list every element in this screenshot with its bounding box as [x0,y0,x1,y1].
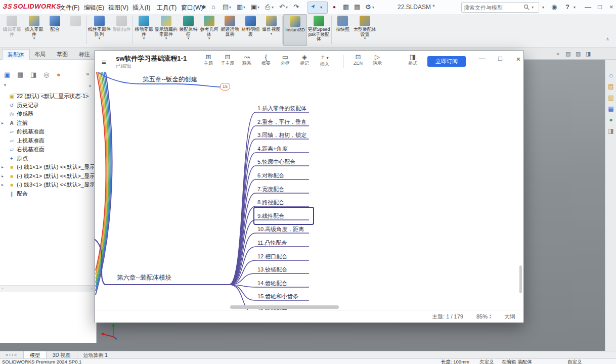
mindmap-node[interactable]: 7.宽度配合 [257,186,310,193]
user-icon[interactable]: ◉ [551,3,557,11]
mm-topic-button[interactable]: ⊞主题 [199,53,218,66]
bill-of-materials-button[interactable]: 材料明细表 [240,14,261,46]
new-motion-study-button[interactable]: 新建运动算例 [219,14,240,46]
mindmap-node[interactable]: 6.对称配合 [257,172,310,179]
tab-markup[interactable]: 标注 [74,49,95,60]
chevron-down-icon[interactable]: ▾ [257,5,259,10]
tree-item-part-line3[interactable]: ▸■(-) 线3<1> (默认) <<默认>_显示 [0,180,96,189]
menu-tools[interactable]: 工具(T) [157,4,177,12]
undo-icon[interactable]: ↶ [279,3,285,11]
expander-icon[interactable]: ▸ [2,119,6,127]
menu-edit[interactable]: 编辑(E) [84,4,104,12]
mm-window-close-icon[interactable]: × [513,55,523,63]
mm-zen-button[interactable]: ⊡ZEN [348,53,368,66]
assembly-features-button[interactable]: 装配体特征 ▾ [178,14,199,46]
search-box[interactable]: ▾ [461,2,539,13]
mate-button[interactable]: 配合 [45,14,65,46]
help-icon[interactable]: ? [565,3,569,11]
mindmap-node[interactable]: 4.距离+角度 [257,145,310,153]
appearances-tab-icon[interactable]: ● [57,71,61,78]
chevron-down-icon[interactable]: ▾ [229,5,231,10]
edit-component-button[interactable]: 编辑零部件 [2,14,22,46]
tab-model[interactable]: 模型 [23,351,47,359]
panel-icon[interactable]: ◨ [586,51,591,57]
tab-3d-views[interactable]: 3D 视图 [47,351,77,359]
scroll-right-icon[interactable]: › [91,286,93,292]
mm-present-button[interactable]: ▷演示 [368,53,387,66]
insert-component-button[interactable]: 插入零部件 ▾ [24,14,45,46]
menu-view[interactable]: 视图(V) [108,4,128,12]
outline-button[interactable]: 大纲 [504,313,515,321]
canvas-horizontal-scrollbar[interactable] [230,305,339,309]
tab-scroll-icons[interactable]: «‹›» [0,351,23,359]
window-close-icon[interactable]: × [609,3,613,11]
pin-icon[interactable]: ✱ [201,3,206,11]
mindmap-node[interactable]: 14.齿轮配合 [257,280,310,287]
view-palette-icon[interactable]: ▦ [605,105,616,112]
chevron-down-icon[interactable]: ▾ [372,5,374,10]
open-file-icon[interactable]: ▥ [237,3,243,11]
search-input[interactable] [462,4,522,12]
tab-sketch[interactable]: 草图 [52,49,73,60]
home-icon[interactable]: ⌂ [211,3,215,11]
mindmap-node[interactable]: 13.铰链配合 [257,266,310,274]
filter-funnel-icon[interactable]: ▼ [3,83,7,87]
table-icon[interactable]: ▦ [343,3,349,11]
mm-summary-button[interactable]: {概要 [256,53,276,66]
tab-layout[interactable]: 布局 [29,49,51,60]
chevron-down-icon[interactable]: ▾ [532,5,534,10]
canvas-vertical-scrollbar[interactable] [519,265,522,293]
rebuild-icon[interactable]: ● [333,3,336,11]
expander-icon[interactable]: ▸ [2,172,6,180]
chevron-down-icon[interactable]: ▾ [89,84,91,88]
zoom-stepper[interactable]: ▴▾ [490,314,491,319]
window-minimize-icon[interactable]: — [585,3,591,11]
linear-component-pattern-button[interactable]: 线性零部件阵列 ▾ [87,14,111,46]
chapter6-topic[interactable]: 第六章--装配体模块 [117,274,171,282]
panel-horizontal-scrollbar[interactable]: ‹ › [0,285,96,292]
large-assembly-settings-button[interactable]: 大型装配体设置 ▾ [353,14,377,46]
mm-subtopic-button[interactable]: ⊟子主题 [218,53,237,66]
tree-item-annotations[interactable]: ▸A注解 [0,119,96,127]
appearances-icon[interactable]: ● [605,116,616,123]
chevron-down-icon[interactable]: ▾ [574,5,576,10]
tree-item-origin[interactable]: +原点 [0,154,96,163]
reference-geometry-button[interactable]: 参考几何体 ▾ [199,14,219,46]
hamburger-menu-icon[interactable]: ≡ [102,58,106,66]
custom-properties-icon[interactable]: ◨ [605,127,616,134]
mm-window-minimize-icon[interactable]: — [477,55,487,62]
redo-icon[interactable]: ↷ [293,3,299,11]
menu-insert[interactable]: 插入(I) [133,4,150,12]
mm-boundary-button[interactable]: ▭外框 [276,53,295,66]
configuration-manager-tab-icon[interactable]: ◨ [30,71,36,78]
gear-icon[interactable]: ⚙ [365,3,371,11]
tree-item-top-plane[interactable]: ▱上视基准面 [0,136,96,145]
mm-format-button[interactable]: ◨格式 [403,53,422,66]
tree-item-sensors[interactable]: ◎传感器 [0,110,96,118]
tab-assembly[interactable]: 装配体 [2,49,30,60]
mindmap-node[interactable]: 2.重合，平行，垂直 [257,118,310,126]
tree-item-part-line1[interactable]: ▸■(-) 线1<1> (默认) <<默认>_显示 [0,163,96,171]
mindmap-node[interactable]: 5.轮廓中心配合 [257,158,310,166]
move-component-button[interactable]: 移动零部件 ▾ [134,14,154,46]
chevron-down-icon[interactable]: ▾ [286,5,288,10]
instant3d-button[interactable]: Instant3D [283,14,307,46]
mindmap-node[interactable]: 3.同轴，相切，锁定 [257,131,310,139]
file-explorer-icon[interactable]: ▥ [605,94,616,101]
mindmap-node[interactable]: 1.插入零件的装配体 [257,105,310,112]
menu-window[interactable]: 窗口(W) [181,4,203,12]
grid-icon[interactable]: ▦ [354,3,360,11]
mm-insert-button[interactable]: + ▾插入 [315,53,334,67]
tree-item-part-line2[interactable]: ▸■(-) 线2<1> (默认) <<默认>_显示 [0,172,96,180]
collapse-left-icon[interactable]: « [556,51,559,57]
tree-item-assembly-root[interactable]: ▣22 (默认) <默认_显示状态-1> [0,92,96,101]
mindmap-node[interactable]: 15.齿轮和小齿条 [257,293,310,300]
menu-file[interactable]: 文件(F) [60,4,79,12]
zoom-down-icon[interactable]: ▾ [490,316,491,319]
save-icon[interactable]: ▣ [251,3,257,11]
expander-icon[interactable]: ▸ [2,163,6,171]
chevron-down-icon[interactable]: ▾ [272,5,274,10]
new-file-icon[interactable]: ▤ [223,3,229,11]
feature-tree-tab-icon[interactable]: ▣ [4,71,10,78]
mm-marker-button[interactable]: ◈标记 [295,53,314,66]
